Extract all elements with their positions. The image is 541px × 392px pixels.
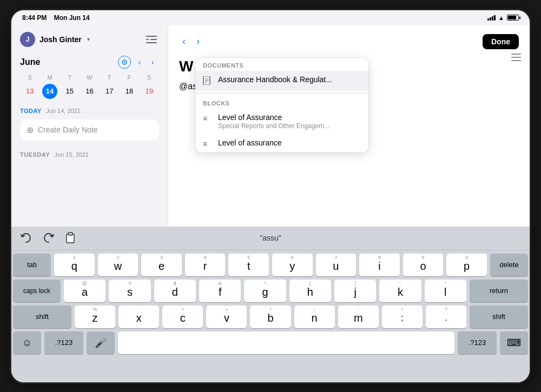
autocomplete-dropdown: DOCUMENTS Assurance Handbook & Regulat..… [195,58,368,152]
key-k[interactable]: 'k [379,280,421,302]
left-shift-key[interactable]: shift [13,305,71,328]
key-o[interactable]: 9o [403,254,444,276]
key-p[interactable]: 0p [446,254,487,276]
nav-forward-button[interactable]: › [193,35,203,48]
tuesday-section: TUESDAY Jun 15, 2021 [20,149,159,159]
key-semicolon[interactable]: !; [382,305,423,328]
blocks-section-header: BLOCKS [195,96,368,109]
key-x[interactable]: -x [118,305,159,328]
user-name: Josh Ginter [39,35,82,44]
key-r[interactable]: 4r [185,254,226,276]
space-key[interactable] [118,331,454,354]
key-w[interactable]: 2w [98,254,138,276]
key-t[interactable]: 5t [228,254,269,276]
key-m[interactable]: :m [338,305,379,328]
dropdown-divider [195,93,368,94]
day-header-f: F [120,73,140,82]
key-a[interactable]: @a [64,280,105,302]
caps-lock-key[interactable]: caps lock [13,280,61,302]
dropdown-doc-title: Assurance Handbook & Regulat... [218,75,361,84]
key-c[interactable]: +c [162,305,203,328]
hamburger-icon[interactable] [511,54,521,63]
key-f[interactable]: &f [199,280,241,302]
day-header-t2: T [100,73,120,82]
block-icon-1: ≡ [203,139,213,148]
keyboard-switch-key[interactable]: ⌨ [500,331,528,354]
key-y[interactable]: 6y [272,254,313,276]
tuesday-date: Jun 15, 2021 [55,151,89,158]
cal-day-16[interactable]: 16 [82,84,97,99]
main-content: J Josh Ginter ▾ June [11,25,530,227]
delete-key[interactable]: delete [490,254,528,276]
day-header-s2: S [139,73,159,82]
return-key[interactable]: return [470,280,528,302]
autocomplete-suggestion[interactable]: "assu" [188,234,353,242]
dropdown-document-item-0[interactable]: Assurance Handbook & Regulat... [195,71,368,91]
dropdown-block-item-0[interactable]: ≡ Level of Assurance Special Reports and… [195,109,368,134]
redo-button[interactable] [39,229,57,247]
status-icons: ▲ [487,15,519,21]
key-n[interactable]: ;n [294,305,335,328]
emoji-key[interactable]: ☺ [13,331,41,354]
keyboard-toolbar: "assu" [11,227,530,250]
numbers-key-left[interactable]: .?123 [44,331,83,354]
key-d[interactable]: $d [154,280,196,302]
block-icon-0: ≡ [203,114,213,123]
svg-rect-0 [146,36,157,37]
cal-day-13[interactable]: 13 [22,84,37,99]
day-header-m: M [40,73,60,82]
dropdown-block-item-1[interactable]: ≡ Level of assurance [195,134,368,152]
key-q[interactable]: 1q [54,254,95,276]
calendar-next-button[interactable]: › [146,56,159,69]
user-info[interactable]: J Josh Ginter ▾ [20,32,90,47]
key-g[interactable]: *g [244,280,286,302]
nav-back-button[interactable]: ‹ [179,35,189,48]
microphone-key[interactable]: 🎤 [87,331,115,354]
tab-key[interactable]: tab [13,254,51,276]
svg-rect-7 [511,57,521,58]
svg-rect-3 [146,42,157,43]
key-period[interactable]: ?. [426,305,466,328]
cal-day-18[interactable]: 18 [122,84,137,99]
signal-icon [487,15,496,21]
calendar-day-headers: S M T W T F S [20,73,159,82]
avatar: J [20,32,35,47]
keyboard-row-4: ☺ .?123 🎤 .?123 ⌨ [13,331,528,354]
status-time: 8:44 PM Mon Jun 14 [22,14,90,22]
keyboard-row-3: shift %z -x +c =v /b ;n :m !; ?. shift [13,305,528,328]
calendar-prev-button[interactable]: ‹ [133,56,146,69]
key-u[interactable]: 7u [316,254,357,276]
sidebar-toggle-button[interactable] [144,34,159,45]
status-bar: 8:44 PM Mon Jun 14 ▲ [11,10,530,25]
key-z[interactable]: %z [75,305,115,328]
today-section: TODAY Jun 14, 2021 ⊕ Create Daily Note [20,105,159,141]
tuesday-label: TUESDAY [20,151,50,158]
cal-day-17[interactable]: 17 [102,84,117,99]
right-shift-key[interactable]: shift [470,305,528,328]
cal-day-19[interactable]: 19 [142,84,157,99]
key-b[interactable]: /b [250,305,291,328]
key-v[interactable]: =v [206,305,247,328]
key-l[interactable]: "l [425,280,466,302]
day-header-w: W [80,73,100,82]
key-j[interactable]: )j [334,280,376,302]
keyboard: tab 1q 2w 3e 4r 5t 6y 7u 8i 9o 0p delete… [11,250,530,383]
battery-icon [507,15,519,21]
documents-section-header: DOCUMENTS [195,58,368,71]
paste-button[interactable] [61,229,78,247]
done-button[interactable]: Done [483,34,519,49]
key-s[interactable]: #s [109,280,150,302]
numbers-key-right[interactable]: .?123 [458,331,497,354]
plus-icon: ⊕ [27,125,34,135]
key-e[interactable]: 3e [141,254,182,276]
undo-button[interactable] [18,229,35,247]
key-h[interactable]: (h [289,280,331,302]
block-subtitle-0: Special Reports and Other Engagem... [218,122,361,130]
key-i[interactable]: 8i [359,254,400,276]
cal-day-14[interactable]: 14 [42,84,57,99]
cal-day-15[interactable]: 15 [62,84,77,99]
today-button[interactable] [118,56,131,69]
create-daily-note-button[interactable]: ⊕ Create Daily Note [20,119,159,141]
svg-rect-1 [150,39,157,40]
calendar: June ‹ › S M T W T F [20,56,159,99]
